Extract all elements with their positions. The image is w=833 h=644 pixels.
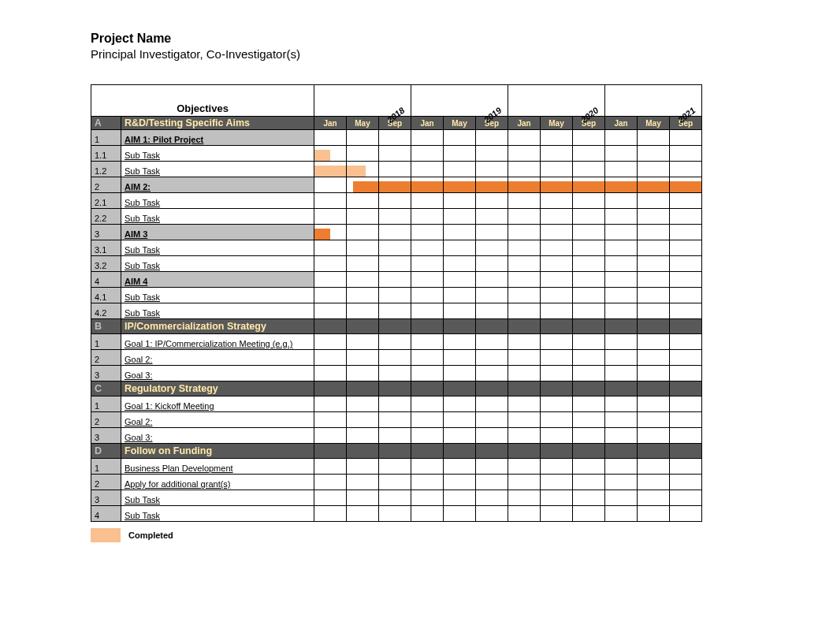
gantt-cell xyxy=(638,428,670,444)
gantt-cell xyxy=(314,162,347,177)
gantt-cell xyxy=(379,130,411,146)
row-id: 4.2 xyxy=(91,303,121,319)
gantt-cell xyxy=(347,490,379,506)
gantt-cell xyxy=(541,412,573,428)
section-month-cell xyxy=(508,444,541,459)
gantt-cell xyxy=(347,225,379,240)
gantt-cell xyxy=(638,272,670,288)
gantt-cell xyxy=(638,366,670,382)
section-month-cell xyxy=(411,319,444,334)
gantt-cell xyxy=(670,412,702,428)
row-id: 3 xyxy=(91,490,121,506)
gantt-bar xyxy=(573,181,604,192)
gantt-cell xyxy=(605,225,638,240)
gantt-cell xyxy=(670,396,702,412)
gantt-cell xyxy=(573,162,605,177)
task-name: Sub Task xyxy=(121,240,314,256)
task-name: Sub Task xyxy=(121,209,314,225)
gantt-cell xyxy=(347,240,379,256)
gantt-cell xyxy=(411,146,444,162)
gantt-cell xyxy=(638,303,670,319)
gantt-cell xyxy=(314,240,347,256)
gantt-cell xyxy=(411,366,444,382)
gantt-cell xyxy=(541,146,573,162)
section-month-cell xyxy=(347,444,379,459)
gantt-cell xyxy=(573,177,605,193)
gantt-cell xyxy=(541,272,573,288)
section-month-cell xyxy=(476,444,508,459)
gantt-cell xyxy=(314,412,347,428)
gantt-cell xyxy=(347,209,379,225)
gantt-cell xyxy=(573,490,605,506)
gantt-cell xyxy=(541,350,573,366)
month-header: May xyxy=(347,117,379,130)
gantt-cell xyxy=(541,193,573,209)
gantt-cell xyxy=(379,475,411,490)
gantt-cell xyxy=(508,288,541,303)
gantt-bar xyxy=(314,150,330,161)
gantt-cell xyxy=(314,303,347,319)
section-month-cell xyxy=(314,319,347,334)
gantt-cell xyxy=(347,130,379,146)
task-name: Goal 1: Kickoff Meeting xyxy=(121,396,314,412)
gantt-cell xyxy=(541,428,573,444)
row-id: 3 xyxy=(91,366,121,382)
year-header: 2018 xyxy=(314,85,411,117)
gantt-cell xyxy=(411,506,444,522)
gantt-cell xyxy=(573,334,605,350)
gantt-cell xyxy=(379,177,411,193)
task-name: Sub Task xyxy=(121,490,314,506)
gantt-cell xyxy=(573,288,605,303)
gantt-cell xyxy=(508,256,541,272)
row-id: 1 xyxy=(91,396,121,412)
gantt-cell xyxy=(605,412,638,428)
gantt-cell xyxy=(314,146,347,162)
gantt-cell xyxy=(444,459,476,475)
gantt-cell xyxy=(411,225,444,240)
gantt-cell xyxy=(444,146,476,162)
gantt-cell xyxy=(605,240,638,256)
section-month-cell xyxy=(573,382,605,396)
gantt-cell xyxy=(444,177,476,193)
row-id: 1.1 xyxy=(91,146,121,162)
gantt-cell xyxy=(573,146,605,162)
gantt-cell xyxy=(476,130,508,146)
gantt-cell xyxy=(670,272,702,288)
row-id: 3 xyxy=(91,225,121,240)
gantt-cell xyxy=(444,288,476,303)
gantt-cell xyxy=(638,412,670,428)
task-name: Business Plan Development xyxy=(121,459,314,475)
gantt-cell xyxy=(508,412,541,428)
gantt-cell xyxy=(314,288,347,303)
section-month-cell xyxy=(508,319,541,334)
gantt-cell xyxy=(444,193,476,209)
gantt-cell xyxy=(411,459,444,475)
gantt-cell xyxy=(670,366,702,382)
gantt-cell xyxy=(573,209,605,225)
gantt-cell xyxy=(411,350,444,366)
gantt-cell xyxy=(347,303,379,319)
task-name: Goal 1: IP/Commercialization Meeting (e.… xyxy=(121,334,314,350)
gantt-cell xyxy=(573,350,605,366)
month-header: Jan xyxy=(508,117,541,130)
gantt-cell xyxy=(476,428,508,444)
gantt-cell xyxy=(411,412,444,428)
gantt-cell xyxy=(411,303,444,319)
gantt-cell xyxy=(670,146,702,162)
row-id: 2.1 xyxy=(91,193,121,209)
gantt-cell xyxy=(670,162,702,177)
gantt-cell xyxy=(314,256,347,272)
gantt-cell xyxy=(508,272,541,288)
gantt-cell xyxy=(347,162,379,177)
gantt-cell xyxy=(605,506,638,522)
gantt-cell xyxy=(444,506,476,522)
gantt-cell xyxy=(541,162,573,177)
gantt-cell xyxy=(573,256,605,272)
gantt-cell xyxy=(444,334,476,350)
gantt-cell xyxy=(314,350,347,366)
gantt-cell xyxy=(476,303,508,319)
gantt-cell xyxy=(541,225,573,240)
gantt-cell xyxy=(573,130,605,146)
gantt-cell xyxy=(444,412,476,428)
gantt-cell xyxy=(605,162,638,177)
